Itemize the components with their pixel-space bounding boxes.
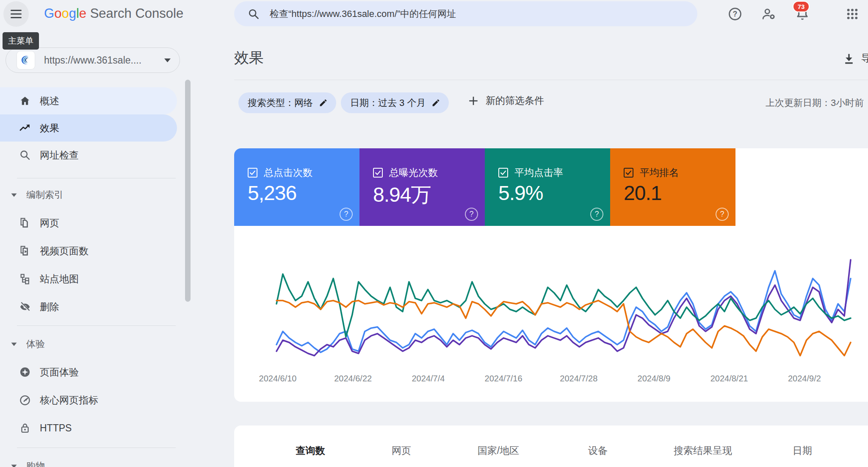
help-icon[interactable]: ? <box>340 208 353 221</box>
sidebar-item-label: 视频页面数 <box>40 245 88 258</box>
trending-up-icon <box>19 122 31 134</box>
dimension-tabs-card: 查询数 网页 国家/地区 设备 搜索结果呈现 日期 <box>234 425 868 467</box>
tab-pages[interactable]: 网页 <box>392 444 411 457</box>
help-icon[interactable]: ? <box>716 208 729 221</box>
sidebar-item-label: 站点地图 <box>40 272 79 286</box>
sidebar-item-label: 网址检查 <box>40 149 79 162</box>
lock-icon <box>19 422 31 434</box>
metric-value: 8.94万 <box>373 181 431 208</box>
edit-pencil-icon <box>431 98 440 107</box>
google-apps-button[interactable] <box>843 4 862 24</box>
filter-chip-search-type[interactable]: 搜索类型：网络 <box>238 92 336 113</box>
checkbox-checked-icon[interactable] <box>498 168 508 178</box>
metric-card-average-ctr[interactable]: 平均点击率 5.9% ? <box>485 148 610 226</box>
sidebar-divider <box>17 448 176 448</box>
hamburger-icon <box>10 8 22 19</box>
x-axis-tick-label: 2024/6/10 <box>259 374 297 384</box>
tab-search-appearance[interactable]: 搜索结果呈现 <box>674 444 732 457</box>
sidebar-item-label: 网页 <box>40 217 59 230</box>
tab-countries[interactable]: 国家/地区 <box>478 444 519 457</box>
section-header-label: 体验 <box>26 338 45 350</box>
sidebar-item-page-experience[interactable]: 页面体验 <box>0 359 177 386</box>
new-filter-button[interactable]: 新的筛选条件 <box>468 94 544 107</box>
x-axis-tick-label: 2024/8/9 <box>638 374 671 384</box>
tab-queries[interactable]: 查询数 <box>296 444 325 457</box>
export-label: 导出 <box>861 52 868 65</box>
new-filter-label: 新的筛选条件 <box>486 94 544 107</box>
caret-down-icon <box>11 193 17 197</box>
page-title: 效果 <box>234 48 264 68</box>
export-button[interactable]: 导出 <box>843 52 868 65</box>
user-settings-button[interactable] <box>759 4 779 24</box>
sidebar-item-removals[interactable]: 删除 <box>0 293 177 320</box>
header-divider <box>234 80 868 80</box>
main-menu-tooltip: 主菜单 <box>3 32 39 50</box>
app-logo[interactable]: Google Search Console <box>44 6 183 21</box>
chevron-down-icon <box>164 58 171 63</box>
sidebar-item-https[interactable]: HTTPS <box>0 414 177 442</box>
help-icon[interactable]: ? <box>590 208 603 221</box>
help-button[interactable]: ? <box>725 4 745 24</box>
sidebar-section-experience[interactable]: 体验 <box>0 335 177 353</box>
filter-chip-label: 搜索类型：网络 <box>248 97 313 109</box>
caret-down-icon <box>11 464 17 467</box>
home-icon <box>19 95 31 107</box>
sidebar-item-label: 核心网页指标 <box>40 394 98 407</box>
page-experience-icon <box>19 366 31 378</box>
checkbox-checked-icon[interactable] <box>248 168 257 178</box>
x-axis-tick-label: 2024/7/4 <box>412 374 445 384</box>
sidebar-section-indexing[interactable]: 编制索引 <box>0 186 177 204</box>
section-header-label: 编制索引 <box>26 189 64 201</box>
video-pages-icon <box>19 245 31 257</box>
x-axis-tick-label: 2024/8/21 <box>710 374 748 384</box>
metric-card-average-position[interactable]: 平均排名 20.1 ? <box>610 148 735 226</box>
google-logo-text: Google <box>44 6 86 21</box>
apps-grid-icon <box>846 7 859 21</box>
chart-x-axis-labels: 2024/6/102024/6/222024/7/42024/7/162024/… <box>234 374 868 385</box>
x-axis-tick-label: 2024/7/16 <box>485 374 522 384</box>
sidebar-item-pages[interactable]: 网页 <box>0 209 177 236</box>
sidebar-section-shopping[interactable]: 购物 <box>0 457 177 467</box>
sidebar-item-label: HTTPS <box>40 423 72 434</box>
help-icon[interactable]: ? <box>465 208 478 221</box>
download-icon <box>843 52 855 65</box>
sidebar-item-core-web-vitals[interactable]: 核心网页指标 <box>0 386 177 414</box>
last-updated-text: 上次更新日期：3小时前 <box>766 97 864 109</box>
property-url: https://www.361sale.... <box>44 55 164 66</box>
sidebar-item-video-pages[interactable]: 视频页面数 <box>0 237 177 264</box>
core-web-vitals-icon <box>19 394 31 406</box>
checkbox-checked-icon[interactable] <box>373 168 383 178</box>
metric-value: 5.9% <box>498 181 543 205</box>
sidebar-item-url-inspection[interactable]: 网址检查 <box>0 142 177 169</box>
main-menu-button[interactable] <box>3 1 29 27</box>
checkbox-checked-icon[interactable] <box>624 168 633 178</box>
metric-card-total-impressions[interactable]: 总曝光次数 8.94万 ? <box>359 148 485 226</box>
x-axis-tick-label: 2024/6/22 <box>334 374 372 384</box>
visibility-off-icon <box>19 300 31 313</box>
url-inspection-searchbar[interactable]: 检查“https://www.361sale.com/”中的任何网址 <box>234 1 697 26</box>
metric-label: 总曝光次数 <box>389 166 438 179</box>
section-header-label: 购物 <box>26 460 45 467</box>
user-gear-icon <box>761 6 777 22</box>
filter-chip-date-range[interactable]: 日期：过去 3 个月 <box>341 92 449 113</box>
tab-dates[interactable]: 日期 <box>793 444 812 457</box>
sidebar-item-label: 删除 <box>40 300 59 314</box>
tab-devices[interactable]: 设备 <box>588 444 608 457</box>
filter-chip-label: 日期：过去 3 个月 <box>350 97 426 109</box>
performance-chart[interactable] <box>234 237 868 373</box>
metric-card-total-clicks[interactable]: 总点击次数 5,236 ? <box>234 148 359 226</box>
search-icon <box>19 149 31 161</box>
sidebar-item-overview[interactable]: 概述 <box>0 87 177 114</box>
sitemap-icon <box>19 272 31 285</box>
sidebar-scrollbar-thumb[interactable] <box>185 80 191 302</box>
property-selector[interactable]: https://www.361sale.... <box>6 47 180 73</box>
help-icon: ? <box>728 7 742 21</box>
sidebar-item-performance[interactable]: 效果 <box>0 114 177 142</box>
metric-label: 总点击次数 <box>264 166 312 179</box>
sidebar-item-label: 概述 <box>40 95 59 108</box>
metric-value: 20.1 <box>624 181 661 205</box>
sidebar-divider <box>17 178 176 178</box>
product-name: Search Console <box>86 6 183 21</box>
svg-text:?: ? <box>733 10 738 18</box>
sidebar-item-sitemaps[interactable]: 站点地图 <box>0 265 177 292</box>
